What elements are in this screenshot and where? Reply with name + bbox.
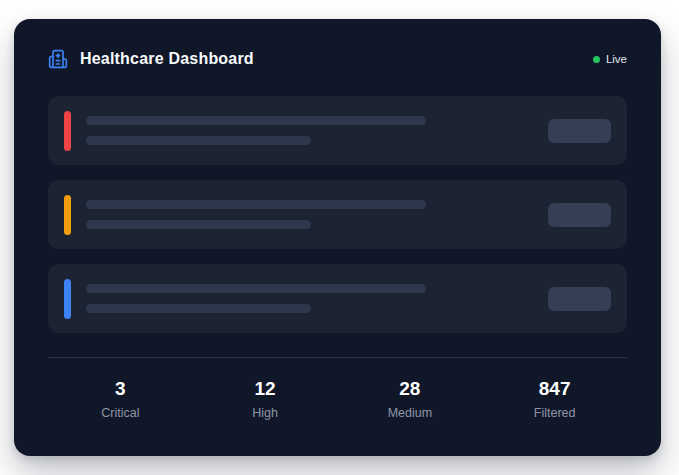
hospital-icon — [48, 49, 68, 69]
alert-row-medium[interactable] — [48, 264, 627, 333]
severity-bar-high — [64, 195, 71, 235]
card-header: Healthcare Dashboard Live — [48, 47, 627, 71]
healthcare-dashboard-card: Healthcare Dashboard Live — [14, 19, 661, 456]
page-title: Healthcare Dashboard — [80, 50, 593, 68]
skeleton-line-secondary — [86, 304, 311, 313]
alert-action-button[interactable] — [548, 203, 611, 227]
alert-row-critical[interactable] — [48, 96, 627, 165]
live-status-badge: Live — [593, 53, 627, 65]
alert-text-skeleton — [86, 116, 548, 145]
stat-value: 28 — [338, 378, 483, 400]
stat-value: 12 — [193, 378, 338, 400]
skeleton-line-primary — [86, 200, 426, 209]
stat-value: 847 — [482, 378, 627, 400]
stat-label: Critical — [48, 406, 193, 420]
severity-bar-medium — [64, 279, 71, 319]
footer-divider — [48, 357, 627, 358]
stat-label: Filtered — [482, 406, 627, 420]
stat-filtered: 847 Filtered — [482, 378, 627, 420]
stat-critical: 3 Critical — [48, 378, 193, 420]
alert-text-skeleton — [86, 284, 548, 313]
stat-value: 3 — [48, 378, 193, 400]
alert-action-button[interactable] — [548, 287, 611, 311]
stat-medium: 28 Medium — [338, 378, 483, 420]
alerts-list — [48, 96, 627, 333]
live-dot-icon — [593, 56, 600, 63]
severity-bar-critical — [64, 111, 71, 151]
alert-text-skeleton — [86, 200, 548, 229]
stat-high: 12 High — [193, 378, 338, 420]
skeleton-line-primary — [86, 284, 426, 293]
stat-label: Medium — [338, 406, 483, 420]
stat-label: High — [193, 406, 338, 420]
skeleton-line-secondary — [86, 136, 311, 145]
alert-action-button[interactable] — [548, 119, 611, 143]
skeleton-line-primary — [86, 116, 426, 125]
stats-summary: 3 Critical 12 High 28 Medium 847 Filtere… — [48, 378, 627, 420]
alert-row-high[interactable] — [48, 180, 627, 249]
skeleton-line-secondary — [86, 220, 311, 229]
live-label: Live — [606, 53, 627, 65]
